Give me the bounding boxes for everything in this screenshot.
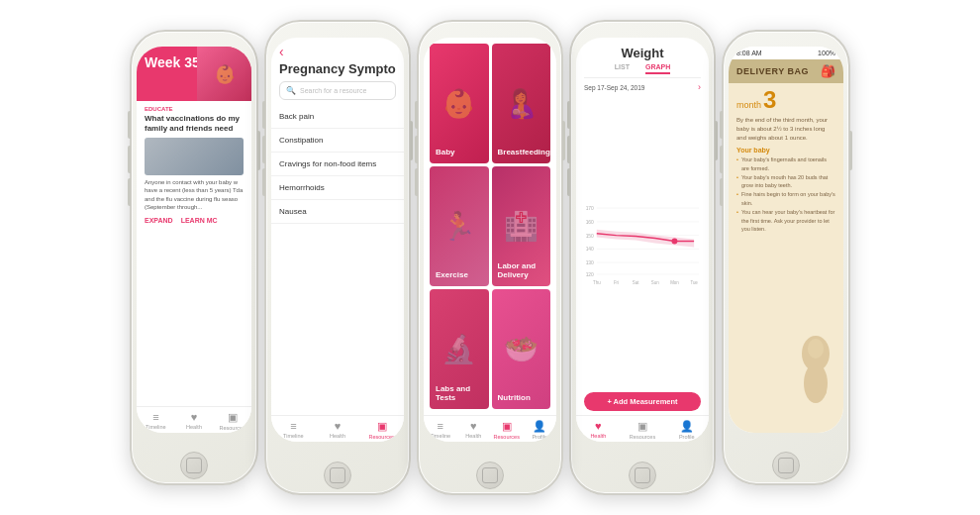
breast-fig: 🤱 — [504, 87, 539, 120]
tab-graph[interactable]: GRAPH — [645, 63, 670, 74]
list-item[interactable]: Cravings for non-food items — [271, 153, 404, 176]
labs-label: Labs and Tests — [436, 384, 483, 403]
home-button-1[interactable] — [180, 452, 208, 479]
timeline-label: Timeline — [283, 433, 304, 439]
weight-chart-svg: 170 160 150 140 130 120 — [584, 96, 701, 388]
weight-title: Weight — [576, 38, 709, 63]
home-button-3[interactable] — [476, 462, 504, 489]
add-measurement-button[interactable]: + Add Measurement — [584, 392, 701, 411]
list-item[interactable]: Nausea — [271, 200, 404, 224]
svg-text:Thu: Thu — [593, 280, 601, 285]
tab-list[interactable]: LIST — [615, 63, 630, 74]
resources-label: Resources — [369, 434, 395, 440]
profile-label: Profile — [532, 434, 547, 440]
grid-cell-exercise[interactable]: 🏃 Exercise — [430, 166, 489, 286]
grid-cell-nutrition[interactable]: 🥗 Nutrition — [492, 289, 551, 409]
symptoms-list: Back pain Constipation Cravings for non-… — [271, 105, 404, 224]
nav-health[interactable]: ♥ Health — [316, 420, 360, 440]
list-item[interactable]: Hemorrhoids — [271, 176, 404, 200]
timeline-icon: ≡ — [290, 420, 296, 432]
phone5-inner: 8:08 AM 100% DELIVERY BAG 🎒 month 3 By t… — [729, 47, 843, 433]
delivery-bag-content: month 3 By the end of the third month, y… — [729, 83, 843, 433]
bullet-item-1: Your baby's fingernails and toenails are… — [736, 155, 835, 173]
phone1-inner: Week 35 👶 Educate What vaccinations do m… — [137, 47, 251, 433]
health-label: Health — [465, 433, 481, 439]
resources-icon: ▣ — [502, 420, 512, 433]
nav-health[interactable]: ♥ Health — [576, 420, 621, 440]
phone-delivery-bag: 8:08 AM 100% DELIVERY BAG 🎒 month 3 By t… — [722, 30, 850, 485]
list-item[interactable]: Constipation — [271, 129, 404, 153]
nutrition-label: Nutrition — [498, 393, 531, 403]
phone-weight: Weight LIST GRAPH Sep 17-Sep 24, 2019 › … — [569, 20, 716, 495]
nav-resources[interactable]: ▣ Resources — [621, 420, 665, 440]
phone-week35: Week 35 👶 Educate What vaccinations do m… — [130, 30, 258, 485]
grid-cell-breastfeeding[interactable]: 🤱 Breastfeeding — [492, 44, 551, 163]
month-description: By the end of the third month, your baby… — [736, 116, 835, 143]
list-item[interactable]: Back pain — [271, 105, 404, 129]
weight-tabs: LIST GRAPH — [584, 63, 701, 78]
expand-link[interactable]: EXPAND — [145, 217, 173, 224]
week35-content: Educate What vaccinations do my family a… — [137, 101, 251, 406]
date-next-icon[interactable]: › — [698, 82, 701, 92]
nav-timeline[interactable]: ≡ Timeline — [424, 420, 457, 440]
nav-timeline[interactable]: ≡ Timeline — [271, 420, 316, 440]
baby-label: Baby — [436, 148, 455, 157]
resources-grid: 👶 Baby 🤱 Breastfeeding 🏃 Exercise — [427, 41, 553, 412]
search-bar[interactable]: 🔍 Search for a resource — [279, 81, 396, 100]
grid-cell-baby[interactable]: 👶 Baby — [430, 44, 489, 163]
resources-label: Resources — [220, 425, 245, 431]
nav-profile[interactable]: 👤 Profile — [664, 420, 709, 440]
back-button[interactable]: ‹ — [271, 38, 404, 59]
nav-health[interactable]: ♥ Health — [175, 411, 214, 431]
home-button-4[interactable] — [629, 462, 656, 489]
home-button-2[interactable] — [324, 462, 351, 489]
nav-resources[interactable]: ▣ Resources — [490, 420, 524, 440]
home-button-5[interactable] — [772, 452, 800, 479]
nav-health[interactable]: ♥ Health — [457, 420, 491, 440]
svg-text:Mon: Mon — [670, 280, 679, 285]
article-title: What vaccinations do my family and frien… — [145, 114, 244, 135]
svg-text:Fri: Fri — [614, 280, 619, 285]
svg-text:150: 150 — [586, 234, 594, 239]
bullet-item-2: Your baby's mouth has 20 buds that grow … — [736, 173, 835, 191]
health-icon: ♥ — [335, 420, 342, 432]
labor-fig: 🏥 — [504, 210, 539, 243]
nav-resources[interactable]: ▣ Resources — [213, 411, 251, 431]
grid-cell-labs[interactable]: 🔬 Labs and Tests — [430, 289, 489, 409]
bullet-item-3: Fine hairs begin to form on your baby's … — [736, 190, 835, 208]
resources-label: Resources — [494, 434, 520, 440]
battery-indicator: 100% — [818, 50, 835, 56]
nav-timeline[interactable]: ≡ Timeline — [137, 411, 175, 431]
weight-chart: 170 160 150 140 130 120 — [576, 96, 709, 388]
week35-hero-image: 👶 — [197, 47, 251, 101]
delivery-bag-header: DELIVERY BAG 🎒 — [729, 59, 843, 83]
svg-point-22 — [806, 383, 816, 393]
nav-resources[interactable]: ▣ Resources — [359, 420, 404, 440]
svg-text:160: 160 — [586, 220, 594, 225]
grid-cell-labor[interactable]: 🏥 Labor andDelivery — [492, 166, 551, 286]
nav-profile[interactable]: 👤 Profile — [524, 420, 557, 440]
educate-label: Educate — [145, 106, 244, 112]
svg-text:170: 170 — [586, 206, 594, 211]
week35-section: Educate What vaccinations do my family a… — [137, 101, 251, 213]
phone4-inner: Weight LIST GRAPH Sep 17-Sep 24, 2019 › … — [576, 38, 709, 442]
breastfeeding-label: Breastfeeding — [498, 148, 550, 157]
health-label: Health — [186, 424, 202, 430]
resources-icon: ▣ — [377, 420, 387, 433]
health-label: Health — [590, 433, 606, 439]
learn-link[interactable]: LEARN MC — [181, 217, 218, 224]
health-label: Health — [330, 433, 345, 439]
your-baby-heading: Your baby — [736, 147, 835, 154]
delivery-bag-icon: 🎒 — [821, 64, 835, 78]
bullet-item-4: You can hear your baby's heartbeat for t… — [736, 208, 835, 234]
timeline-label: Timeline — [146, 424, 166, 430]
health-icon: ♥ — [191, 411, 198, 423]
status-bar: 8:08 AM 100% — [729, 47, 843, 59]
profile-label: Profile — [679, 434, 695, 440]
svg-text:Sun: Sun — [651, 280, 659, 285]
svg-point-23 — [815, 385, 827, 397]
health-icon: ♥ — [595, 420, 602, 432]
svg-text:Tue: Tue — [690, 280, 698, 285]
phone3-bottom-nav: ≡ Timeline ♥ Health ▣ Resources 👤 Profil… — [424, 415, 556, 442]
scene: Week 35 👶 Educate What vaccinations do m… — [0, 0, 980, 515]
